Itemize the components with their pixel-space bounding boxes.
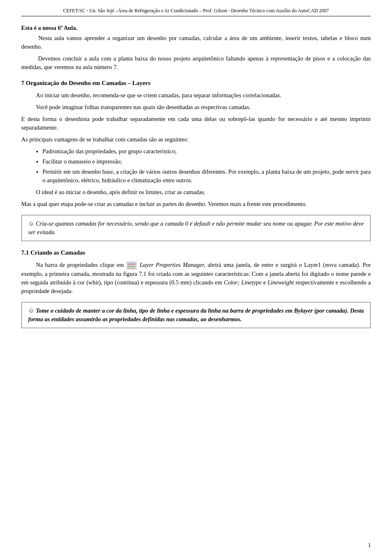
section71-title-text: 7.1 Criando as Camadas [21,249,85,256]
note-box-2-text: ☺ Tome o cuidado de manter a cor da linh… [28,306,364,324]
section71-para1-and: e [263,279,266,286]
section7-para3: E desta forma o desenhista pode trabalha… [21,115,371,132]
section7-para4-text: As principais vantagens de se trabalhar … [21,136,188,143]
bullet-item-3: Permitir em um desenho base, a criação d… [42,168,371,185]
page-header: CEFET-SC - Un. São Jojé –Área de Refrige… [21,7,371,16]
intro-para1-text: Nesta aula vamos aprender a organizar um… [21,35,371,50]
bullet-item-3-text: Permitir em um desenho base, a criação d… [42,168,371,183]
section7-para5: O ideal é ao iniciar o desenho, após def… [21,188,371,197]
section7-para1-text: Ao iniciar um desenho, recomenda-se que … [36,92,281,98]
section71-para1-before: Na barra de propriedades clique em [36,262,124,268]
section71-para1: Na barra de propriedades clique em Layer… [21,261,371,295]
section71-title: 7.1 Criando as Camadas [21,248,371,257]
bullet-item-1-text: Padronização das propriedades, por grupo… [42,148,177,154]
page-number: 1 [368,541,371,550]
note-box-1: ☺ Cria-se quantas camadas for necessário… [21,215,371,241]
note-box-1-text: ☺ Cria-se quantas camadas for necessário… [28,219,364,237]
intro-para1: Nesta aula vamos aprender a organizar um… [21,34,371,51]
note2-text: ☺ Tome o cuidado de manter a cor da linh… [28,307,364,322]
section7-para2: Você pode imaginar folhas transparentes … [21,103,371,112]
section7-bullets: Padronização das propriedades, por grupo… [42,147,371,185]
bullet-item-1: Padronização das propriedades, por grupo… [42,147,371,156]
note-box-2: ☺ Tome o cuidado de manter a cor da linh… [21,302,371,328]
layer-properties-icon [126,262,137,270]
section7-title: 7 Organização do Desenho em Camadas – La… [21,79,371,88]
section7-title-text: 7 Organização do Desenho em Camadas – La… [21,80,150,86]
section71-para1-italic3: Lineweight [267,279,294,286]
header-text: CEFET-SC - Un. São Jojé –Área de Refrige… [63,8,329,13]
section7-para6-text: Mas a qual quer etapa pode-se criar as c… [21,201,307,207]
intro-para2-text: Devemos concluir a aula com a planta bai… [21,55,371,70]
intro-title-text: Esta é a nossa 6ª Aula. [21,25,77,31]
svg-rect-0 [126,262,137,270]
section7-para2-text: Você pode imaginar folhas transparentes … [36,104,251,110]
section7-para5-text: O ideal é ao iniciar o desenho, após def… [36,189,205,195]
page-number-text: 1 [368,542,371,548]
intro-para2: Devemos concluir a aula com a planta bai… [21,54,371,72]
section7-para4: As principais vantagens de se trabalhar … [21,135,371,144]
bullet-item-2: Facilitar o manuseio e impressão; [42,157,371,166]
section7-para3-text: E desta forma o desenhista pode trabalha… [21,116,371,131]
section71-para1-italic2: Color; Linetype [224,279,262,286]
note1-text: ☺ Cria-se quantas camadas for necessário… [28,220,364,235]
section7-para6: Mas a qual quer etapa pode-se criar as c… [21,200,371,208]
intro-title: Esta é a nossa 6ª Aula. [21,24,371,32]
bullet-item-2-text: Facilitar o manuseio e impressão; [42,158,122,165]
section7-para1: Ao iniciar um desenho, recomenda-se que … [21,91,371,100]
section71-para1-italic: Layer Properties Manager, [140,262,205,268]
